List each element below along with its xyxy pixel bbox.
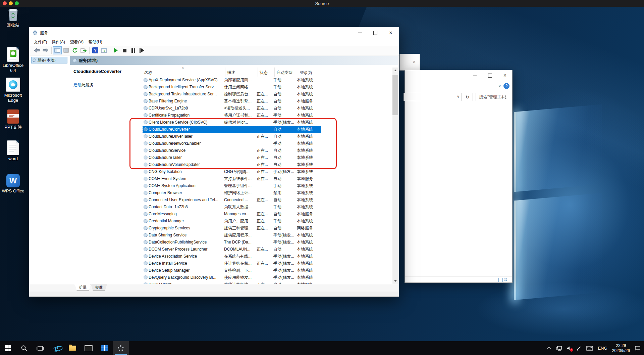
- service-row[interactable]: Connected User Experiences and Tel...Con…: [143, 196, 321, 204]
- column-header-status[interactable]: 状态: [258, 68, 275, 77]
- close-button[interactable]: ×: [497, 70, 513, 81]
- service-row[interactable]: COM+ System Application管理基于组件...手动本地系统: [143, 182, 321, 189]
- close-button[interactable]: ×: [383, 27, 398, 38]
- task-view-button[interactable]: [32, 341, 48, 355]
- maximize-button[interactable]: [482, 70, 497, 81]
- pause-service-button[interactable]: [129, 46, 138, 54]
- service-row[interactable]: DataCollectionPublishingServiceThe DCP (…: [143, 239, 321, 246]
- console-tree-toggle-button[interactable]: [53, 46, 62, 54]
- ribbon-collapse-icon[interactable]: ∨: [498, 84, 501, 88]
- service-row[interactable]: Background Intelligent Transfer Serv...使…: [143, 84, 321, 91]
- column-header-desc[interactable]: 描述: [225, 68, 258, 77]
- service-row[interactable]: CDPUserSvc_1a72b8<读取描述失...正在...自动本地系统: [143, 105, 321, 112]
- service-row[interactable]: Computer Browser维护网络上计...禁用本地系统: [143, 189, 321, 196]
- export-list-button[interactable]: [79, 46, 88, 54]
- minimize-button[interactable]: [467, 70, 482, 81]
- service-row[interactable]: CNG Key IsolationCNG 密钥隔...正在...手动(触发...…: [143, 168, 321, 175]
- taskbar-file-explorer-button[interactable]: [64, 341, 80, 355]
- service-row[interactable]: Cryptographic Services提供三种管理...正在...自动网络…: [143, 225, 321, 232]
- service-row[interactable]: CoreMessagingManages co...正在...自动本地服务: [143, 211, 321, 218]
- extended-view-button[interactable]: [100, 46, 108, 54]
- start-service-button[interactable]: [111, 46, 120, 54]
- taskbar-console-button[interactable]: [80, 341, 97, 355]
- column-header-logon[interactable]: 登录为: [298, 68, 321, 77]
- vertical-scrollbar[interactable]: [392, 68, 398, 284]
- menu-view[interactable]: 查看(V): [70, 39, 84, 45]
- service-row[interactable]: Base Filtering Engine基本筛选引擎...正在...自动本地服…: [143, 98, 321, 105]
- help-icon: ?: [92, 47, 98, 53]
- maximize-button[interactable]: [368, 27, 383, 38]
- menu-help[interactable]: 帮助(H): [89, 39, 102, 45]
- service-row[interactable]: CloudEndureService正在...自动本地系统: [143, 147, 321, 154]
- service-row[interactable]: Certificate Propagation将用户证书和...正在...手动本…: [143, 112, 321, 119]
- tray-touch-keyboard-button[interactable]: [586, 346, 593, 351]
- scroll-down-button[interactable]: [392, 278, 398, 284]
- service-row[interactable]: DevQuery Background Discovery Br...使应用能够…: [143, 274, 321, 281]
- service-row[interactable]: Device Setup Manager支持检测、下...手动(触发...本地系…: [143, 267, 321, 274]
- service-row[interactable]: DHCP Client为此计算机注...正在...自动本地服务: [143, 281, 321, 284]
- address-bar[interactable]: ∨: [404, 93, 462, 101]
- column-header-name[interactable]: 名称: [143, 68, 225, 77]
- back-button[interactable]: [33, 46, 41, 54]
- action-center-button[interactable]: [635, 346, 641, 351]
- refresh-button[interactable]: [70, 46, 79, 54]
- service-row[interactable]: Credential Manager为用户、应用...正在...手动本地系统: [143, 218, 321, 225]
- tray-language-indicator[interactable]: ENG: [598, 346, 607, 351]
- column-header-startup[interactable]: 启动类型: [275, 68, 298, 77]
- refresh-button[interactable]: ↻: [462, 93, 473, 101]
- thumbnail-view-icon[interactable]: [504, 278, 508, 282]
- service-row[interactable]: CloudEndureConverter自动本地系统: [143, 126, 321, 133]
- scroll-up-button[interactable]: [392, 68, 398, 73]
- restart-service-button[interactable]: [138, 46, 146, 54]
- service-row[interactable]: CloudEndureTailer正在...自动本地系统: [143, 154, 321, 161]
- service-row[interactable]: Device Association Service在系统与有线...手动(触发…: [143, 253, 321, 260]
- service-row[interactable]: Contact Data_1a72b8为联系人数据...手动本地系统: [143, 204, 321, 211]
- scrollbar-thumb[interactable]: [392, 75, 398, 115]
- tray-clock[interactable]: 22:29 2020/5/26: [612, 343, 630, 353]
- minimize-button[interactable]: [352, 27, 368, 38]
- desktop-icon-word[interactable]: word: [0, 140, 26, 161]
- properties-button[interactable]: [62, 46, 70, 54]
- service-row[interactable]: Background Tasks Infrastructure Ser...控制…: [143, 91, 321, 98]
- stop-service-button[interactable]: [120, 46, 129, 54]
- forward-button[interactable]: [41, 46, 50, 54]
- start-button[interactable]: [0, 341, 16, 355]
- taskbar-services-button[interactable]: [113, 341, 129, 355]
- service-row[interactable]: CloudEndureNetworkEnabler手动本地系统: [143, 140, 321, 147]
- service-row[interactable]: CloudEndureVolumeUpdater正在...自动本地系统: [143, 161, 321, 168]
- close-icon[interactable]: ×: [413, 59, 416, 64]
- tree-item-services-local[interactable]: 服务(本地): [31, 57, 67, 63]
- address-dropdown-icon[interactable]: ∨: [457, 94, 460, 99]
- service-row[interactable]: DCOM Server Process LauncherDCOMLAUN...正…: [143, 246, 321, 253]
- taskbar-ie-button[interactable]: e: [48, 341, 64, 355]
- taskbar-blue-app-button[interactable]: [97, 341, 113, 355]
- tray-network-button[interactable]: [556, 346, 562, 351]
- help-icon[interactable]: ?: [503, 83, 509, 89]
- tab-extended[interactable]: 扩展: [75, 284, 91, 291]
- service-row[interactable]: Client License Service (ClipSVC)提供对 Micr…: [143, 119, 321, 126]
- search-box[interactable]: 搜索"管理工具": [476, 93, 510, 101]
- desktop-icon-ppt[interactable]: PPT文件: [0, 109, 26, 130]
- desktop-icon-wps[interactable]: W WPS Office: [0, 174, 26, 193]
- help-button[interactable]: ?: [91, 46, 100, 54]
- start-service-link[interactable]: 启动: [73, 83, 82, 87]
- menu-action[interactable]: 操作(A): [52, 39, 65, 45]
- explorer-titlebar[interactable]: ×: [405, 70, 512, 81]
- tray-expand-button[interactable]: [548, 347, 551, 350]
- service-row[interactable]: Data Sharing Service提供应用程序...手动(触发...本地系…: [143, 232, 321, 239]
- desktop-icon-edge[interactable]: Microsoft Edge: [0, 78, 26, 103]
- service-row[interactable]: COM+ Event System支持系统事件...正在...自动本地服务: [143, 175, 321, 182]
- tray-volume-button[interactable]: ×: [567, 346, 572, 351]
- tray-pen-button[interactable]: [576, 346, 582, 351]
- service-row[interactable]: AppX Deployment Service (AppXSVC)为部署应用商.…: [143, 77, 321, 84]
- services-titlebar[interactable]: 服务 ×: [29, 27, 399, 38]
- service-row[interactable]: Device Install Service使计算机在极...正在...手动(触…: [143, 260, 321, 267]
- desktop-icon-recycle-bin[interactable]: 回收站: [0, 7, 26, 28]
- list-view-icon[interactable]: [498, 278, 503, 282]
- service-row[interactable]: CloudEndureDriverTailer正在...自动本地系统: [143, 133, 321, 140]
- service-gear-icon: [144, 120, 148, 124]
- tab-standard[interactable]: 标准: [91, 284, 107, 291]
- desktop-icon-libreoffice[interactable]: LibreOffice 6.4: [0, 47, 26, 73]
- taskbar-search-button[interactable]: [16, 341, 32, 355]
- menu-file[interactable]: 文件(F): [34, 39, 47, 45]
